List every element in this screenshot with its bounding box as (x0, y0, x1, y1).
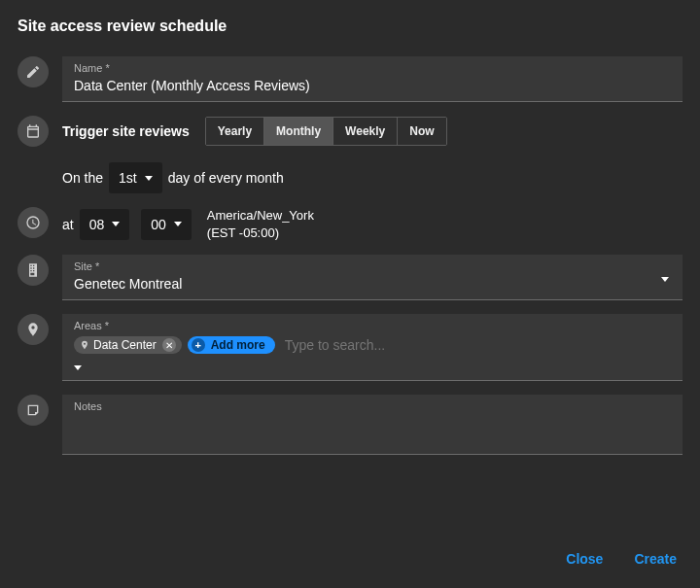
row-site: Site * Genetec Montreal (18, 255, 682, 300)
trigger-now[interactable]: Now (398, 118, 445, 145)
pencil-icon (18, 56, 49, 87)
timezone: America/New_York (EST -05:00) (207, 207, 314, 241)
hour-value: 08 (89, 217, 105, 232)
timezone-line2: (EST -05:00) (207, 225, 314, 242)
day-value: 1st (119, 170, 137, 186)
day-suffix: day of every month (168, 162, 284, 193)
notes-field[interactable]: Notes (62, 395, 682, 455)
at-label: at (62, 209, 74, 240)
chevron-down-icon (661, 277, 669, 282)
dialog: Site access review schedule Name * Trigg… (0, 0, 700, 588)
create-button[interactable]: Create (630, 545, 681, 572)
row-notes: Notes (18, 395, 682, 455)
areas-label: Areas * (74, 320, 671, 331)
minute-select[interactable]: 00 (141, 209, 192, 240)
add-more-button[interactable]: + Add more (188, 336, 275, 354)
trigger-segmented: Yearly Monthly Weekly Now (205, 117, 447, 146)
chevron-down-icon (174, 222, 182, 226)
area-chip: Data Center ✕ (74, 336, 182, 354)
hour-select[interactable]: 08 (80, 209, 130, 240)
areas-field[interactable]: Areas * Data Center ✕ + Add more (62, 314, 682, 381)
trigger-monthly[interactable]: Monthly (264, 118, 333, 145)
remove-chip-icon[interactable]: ✕ (162, 338, 176, 352)
timezone-line1: America/New_York (207, 207, 314, 225)
row-areas: Areas * Data Center ✕ + Add more (18, 314, 682, 381)
close-button[interactable]: Close (562, 545, 607, 572)
dialog-title: Site access review schedule (18, 17, 682, 35)
chevron-down-icon (145, 176, 153, 181)
name-field[interactable]: Name * (62, 56, 682, 102)
clock-icon (18, 207, 49, 238)
areas-search-input[interactable] (281, 335, 671, 355)
site-label: Site * (74, 260, 671, 272)
trigger-label: Trigger site reviews (62, 116, 190, 147)
area-chip-label: Data Center (93, 338, 157, 352)
trigger-weekly[interactable]: Weekly (333, 118, 398, 145)
on-the-label: On the (62, 162, 103, 193)
plus-icon: + (192, 338, 205, 352)
calendar-icon (18, 116, 49, 147)
notes-label: Notes (74, 400, 671, 412)
site-value: Genetec Montreal (74, 274, 671, 294)
trigger-yearly[interactable]: Yearly (206, 118, 264, 145)
add-more-label: Add more (211, 338, 265, 352)
day-select[interactable]: 1st (109, 162, 162, 193)
dialog-footer: Close Create (18, 530, 682, 588)
note-icon (18, 395, 49, 426)
chevron-down-icon (112, 222, 120, 226)
name-input[interactable] (74, 76, 671, 95)
row-name: Name * (18, 56, 682, 102)
minute-value: 00 (151, 217, 166, 232)
name-label: Name * (74, 62, 671, 74)
site-field[interactable]: Site * Genetec Montreal (62, 255, 682, 300)
row-trigger: Trigger site reviews Yearly Monthly Week… (18, 116, 682, 193)
building-icon (18, 255, 49, 286)
pin-icon (18, 314, 49, 345)
row-time: at 08 00 America/New_York (EST -05:00) (18, 207, 682, 241)
chevron-down-icon (74, 365, 82, 370)
